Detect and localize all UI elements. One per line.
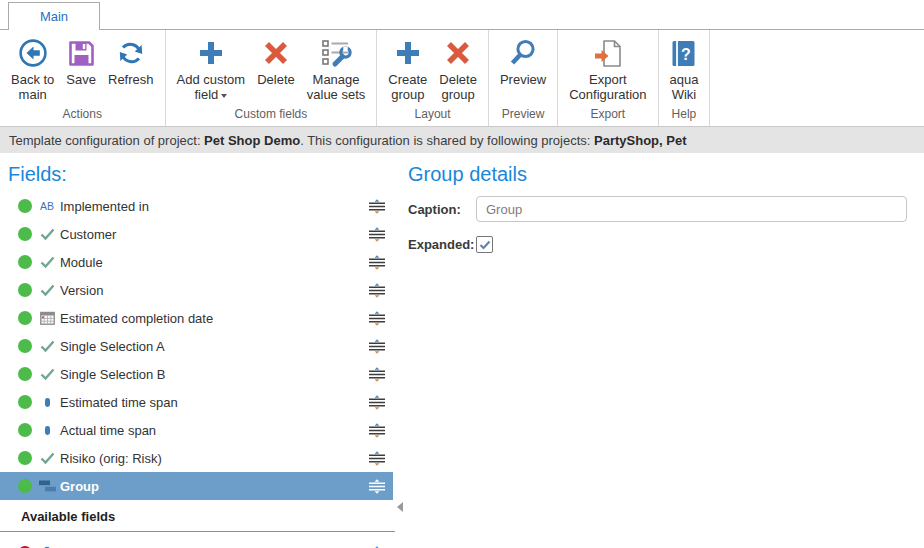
field-row[interactable]: Version	[0, 276, 393, 304]
save-button[interactable]: Save	[60, 31, 102, 87]
template-config-info-bar: Template configuration of project: Pet S…	[0, 126, 924, 153]
field-label: Estimated completion date	[60, 311, 367, 326]
reorder-handle-icon[interactable]	[367, 199, 387, 214]
back-to-main-button[interactable]: Back to main	[5, 31, 60, 102]
reorder-handle-icon[interactable]	[367, 311, 387, 326]
button-label: main	[19, 87, 47, 102]
field-row[interactable]: Single Selection B	[0, 360, 393, 388]
ribbon: Back to main Save Refresh Actions	[0, 29, 924, 126]
check-icon	[37, 256, 57, 268]
state-dot	[18, 255, 32, 269]
field-label: Group	[60, 479, 367, 494]
button-label: group	[391, 87, 424, 102]
refresh-icon	[116, 35, 146, 71]
button-label: Export	[589, 72, 627, 87]
reorder-handle-icon[interactable]	[367, 339, 387, 354]
check-icon	[37, 452, 57, 464]
delete-group-button[interactable]: Delete group	[433, 31, 483, 102]
checkmark-icon	[479, 240, 491, 250]
state-dot	[18, 367, 32, 381]
reorder-handle-icon[interactable]	[367, 479, 387, 494]
tab-main[interactable]: Main	[8, 2, 100, 30]
button-label: group	[442, 87, 475, 102]
expanded-checkbox[interactable]	[476, 236, 493, 253]
export-configuration-button[interactable]: Export Configuration	[563, 31, 652, 102]
field-label: Version	[60, 283, 367, 298]
delete-field-button[interactable]: Delete	[251, 31, 301, 87]
fields-list: AB Implemented in Customer Module Versio…	[0, 192, 400, 500]
plus-icon	[196, 35, 226, 71]
manage-value-sets-button[interactable]: Manage value sets	[301, 31, 372, 102]
state-dot	[18, 227, 32, 241]
reorder-handle-icon[interactable]	[367, 367, 387, 382]
aqua-wiki-button[interactable]: ? aqua Wiki	[664, 31, 705, 102]
state-dot	[18, 311, 32, 325]
button-label: value sets	[307, 87, 366, 102]
field-label: Customer	[60, 227, 367, 242]
button-label: Preview	[500, 72, 546, 87]
field-label: Actual time span	[60, 423, 367, 438]
button-label: Manage	[313, 72, 360, 87]
fields-panel: Fields: AB Implemented in Customer Modul…	[0, 153, 400, 548]
add-custom-field-button[interactable]: Add custom field	[171, 31, 252, 102]
reorder-handle-icon[interactable]	[367, 283, 387, 298]
field-row[interactable]: Actual time span	[0, 416, 393, 444]
field-label: Risiko (orig: Risk)	[60, 451, 367, 466]
panel-collapse-arrow-icon[interactable]	[397, 502, 403, 512]
state-dot	[18, 479, 32, 493]
create-group-button[interactable]: Create group	[382, 31, 433, 102]
back-arrow-icon	[18, 35, 48, 71]
caption-label: Caption:	[408, 202, 476, 217]
button-label: aqua	[670, 72, 699, 87]
value-sets-wrench-icon	[321, 35, 352, 71]
group-caption-help: Help	[660, 105, 709, 126]
check-icon	[37, 368, 57, 380]
group-details-panel: Group details Caption: Expanded:	[400, 153, 924, 548]
info-prefix: Template configuration of project:	[9, 133, 204, 148]
timespan-icon	[37, 425, 57, 436]
reorder-handle-icon[interactable]	[367, 227, 387, 242]
reorder-handle-icon[interactable]	[367, 255, 387, 270]
refresh-button[interactable]: Refresh	[102, 31, 160, 87]
button-label: Add custom	[177, 72, 246, 87]
caption-input[interactable]	[476, 196, 907, 222]
field-row[interactable]: Estimated time span	[0, 388, 393, 416]
expanded-form-row: Expanded:	[408, 236, 907, 253]
reorder-handle-icon[interactable]	[367, 451, 387, 466]
main-content: Fields: AB Implemented in Customer Modul…	[0, 153, 924, 548]
timespan-icon	[37, 397, 57, 408]
group-details-title: Group details	[408, 163, 907, 186]
group-caption-preview: Preview	[490, 105, 556, 126]
field-label: Single Selection A	[60, 339, 367, 354]
button-label: Save	[66, 72, 96, 87]
ribbon-tab-row: Main	[0, 0, 924, 29]
field-row[interactable]: Last Editor (orig: Last editor)	[0, 539, 393, 548]
field-row[interactable]: Module	[0, 248, 393, 276]
button-label: Back to	[11, 72, 54, 87]
button-label: Configuration	[569, 87, 646, 102]
button-label: field	[194, 87, 227, 102]
tab-main-label: Main	[40, 9, 68, 24]
expanded-label: Expanded:	[408, 237, 476, 252]
state-dot	[18, 199, 32, 213]
check-icon	[37, 340, 57, 352]
fields-panel-title: Fields:	[8, 163, 400, 186]
field-row[interactable]: AB Implemented in	[0, 192, 393, 220]
field-row[interactable]: Single Selection A	[0, 332, 393, 360]
field-row[interactable]: Estimated completion date	[0, 304, 393, 332]
field-label: Estimated time span	[60, 395, 367, 410]
preview-button[interactable]: Preview	[494, 31, 552, 87]
field-label: Implemented in	[60, 199, 367, 214]
button-label: Create	[388, 72, 427, 87]
field-row[interactable]: Risiko (orig: Risk)	[0, 444, 393, 472]
floppy-disk-icon	[67, 35, 96, 71]
reorder-handle-icon[interactable]	[367, 395, 387, 410]
field-row[interactable]: Group	[0, 472, 393, 500]
svg-text:?: ?	[682, 45, 692, 62]
group-caption-export: Export	[559, 105, 656, 126]
field-row[interactable]: Customer	[0, 220, 393, 248]
available-fields-list: Last Editor (orig: Last editor)	[0, 532, 400, 548]
reorder-handle-icon[interactable]	[367, 423, 387, 438]
caption-form-row: Caption:	[408, 196, 907, 222]
plus-icon	[393, 35, 423, 71]
